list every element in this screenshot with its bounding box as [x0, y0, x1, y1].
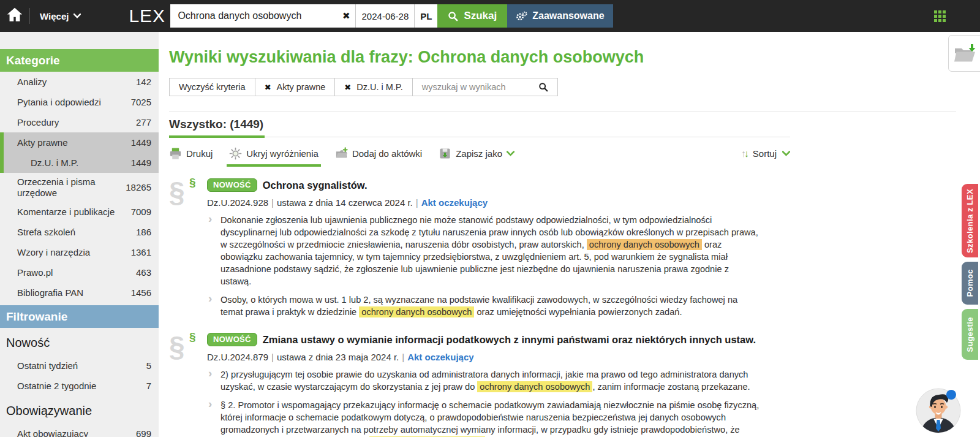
- sidebar-item-orzeczenia[interactable]: Orzeczenia i pisma urzędowe 18265: [0, 173, 159, 202]
- count-badge: 1449: [131, 137, 151, 148]
- filter-item-akt-obowiazujacy[interactable]: Akt obowiązujący 699: [0, 424, 159, 437]
- chevron-down-icon: [782, 151, 790, 156]
- sidebar-item-pytania[interactable]: Pytania i odpowiedzi 7025: [0, 92, 159, 112]
- rail-tab-pomoc[interactable]: Pomoc: [962, 262, 978, 305]
- date-field[interactable]: 2024-06-28: [355, 4, 414, 28]
- count-badge: 7009: [131, 207, 151, 217]
- result-snippet: ›Osoby, o których mowa w ust. 1 lub 2, s…: [207, 294, 760, 318]
- result-ref: Dz.U.2024.879: [207, 352, 268, 362]
- highlight-sun-icon: [229, 147, 242, 160]
- count-badge: 699: [136, 428, 151, 437]
- result-item: § § NOWOŚĆ Ochrona sygnalistów. Dz.U.202…: [169, 178, 980, 318]
- search-box: ✖: [170, 4, 355, 28]
- results-toolbar: Drukuj Ukryj wyróżnienia: [169, 147, 790, 160]
- search-term-highlight: ochrony danych osobowych: [587, 239, 702, 250]
- filter-chip-akty-prawne[interactable]: ✖ Akty prawne: [255, 78, 336, 96]
- lex-logo[interactable]: LEX: [129, 6, 169, 26]
- count-badge: 7: [146, 381, 151, 391]
- section-heading-nowosc: Nowość: [0, 328, 159, 355]
- results-list: § § NOWOŚĆ Ochrona sygnalistów. Dz.U.202…: [169, 178, 980, 437]
- search-group: ✖ 2024-06-28 PL Szukaj Zaawansowane: [170, 4, 612, 28]
- active-filters-bar: Wyczyść kryteria ✖ Akty prawne ✖ Dz.U. i…: [169, 78, 980, 96]
- rail-tab-szkolenia[interactable]: Szkolenia z LEX: [962, 184, 978, 257]
- save-as-button[interactable]: Zapisz jako: [439, 147, 514, 160]
- filter-chip-dzu-mp[interactable]: ✖ Dz.U. i M.P.: [334, 78, 412, 96]
- count-badge: 5: [146, 360, 151, 371]
- result-title-link[interactable]: Zmiana ustawy o wymianie informacji poda…: [263, 334, 756, 346]
- main-content: Wyniki wyszukiwania dla frazy: Ochrona d…: [159, 32, 980, 437]
- count-badge: 18265: [126, 182, 151, 192]
- result-item: § § NOWOŚĆ Zmiana ustawy o wymianie info…: [169, 333, 980, 437]
- filter-item-ostatnie-2-tygodnie[interactable]: Ostatnie 2 tygodnie 7: [0, 376, 159, 396]
- chevron-right-icon: ›: [208, 367, 212, 379]
- home-icon: [7, 7, 23, 25]
- sort-button[interactable]: ↑↓ Sortuj: [741, 148, 790, 159]
- search-in-results-input[interactable]: wyszukaj w wynikach: [412, 78, 558, 96]
- top-bar: Więcej LEX ✖ 2024-06-28 PL Szukaj: [0, 0, 980, 32]
- toggle-highlights-button[interactable]: Ukryj wyróżnienia: [229, 147, 318, 160]
- result-title-link[interactable]: Ochrona sygnalistów.: [263, 180, 368, 191]
- sidebar-item-komentarze[interactable]: Komentarze i publikacje 7009: [0, 202, 159, 222]
- search-button[interactable]: Szukaj: [437, 4, 507, 28]
- sidebar-item-strefa-szkolen[interactable]: Strefa szkoleń 186: [0, 222, 159, 242]
- count-badge: 1456: [131, 287, 151, 298]
- notification-dot: [946, 390, 956, 400]
- clear-criteria-button[interactable]: Wyczyść kryteria: [169, 78, 255, 96]
- briefcase-shortcut-button[interactable]: [948, 35, 980, 72]
- result-snippet: ›§ 2. Promotor i wspomagający przekazują…: [207, 399, 760, 437]
- advanced-button-label: Zaawansowane: [532, 10, 604, 21]
- search-term-highlight: ochrony danych osobowych: [477, 381, 592, 392]
- count-badge: 1449: [131, 158, 151, 168]
- chevron-down-icon: [507, 151, 514, 156]
- categories-header: Kategorie: [0, 49, 159, 72]
- status-link[interactable]: Akt oczekujący: [421, 197, 488, 208]
- search-input[interactable]: [170, 10, 337, 21]
- result-snippet: ›Dokonanie zgłoszenia lub ujawnienia pub…: [207, 214, 760, 287]
- sidebar-item-bibliografia[interactable]: Bibliografia PAN 1456: [0, 283, 159, 303]
- search-icon[interactable]: [538, 82, 548, 92]
- gears-icon: [516, 11, 527, 21]
- add-to-briefcase-button[interactable]: Dodaj do aktówki: [335, 147, 422, 160]
- count-badge: 277: [136, 117, 151, 127]
- count-badge: 142: [136, 77, 151, 87]
- remove-filter-icon[interactable]: ✖: [344, 83, 351, 92]
- lex-search-results-page: Więcej LEX ✖ 2024-06-28 PL Szukaj: [0, 0, 980, 437]
- more-menu-button[interactable]: Więcej: [30, 0, 91, 32]
- sidebar-item-dzu-mp[interactable]: Dz.U. i M.P. 1449: [0, 153, 159, 173]
- tab-wszystko[interactable]: Wszystko: (1449): [169, 118, 265, 137]
- apps-grid-icon[interactable]: [934, 10, 946, 22]
- section-heading-obowiazywanie: Obowiązywanie: [0, 396, 159, 424]
- chevron-right-icon: ›: [208, 398, 212, 410]
- horizontal-divider: [169, 111, 956, 112]
- chevron-right-icon: ›: [208, 292, 212, 305]
- language-selector[interactable]: PL: [414, 4, 437, 28]
- search-in-results-placeholder: wyszukaj w wynikach: [422, 82, 506, 92]
- home-button[interactable]: [0, 0, 29, 32]
- status-link[interactable]: Akt oczekujący: [407, 352, 473, 362]
- chevron-down-icon: [74, 13, 81, 18]
- search-button-label: Szukaj: [464, 10, 497, 22]
- search-icon: [448, 11, 458, 21]
- sidebar-item-analizy[interactable]: Analizy 142: [0, 72, 159, 92]
- count-badge: 1361: [131, 247, 151, 257]
- results-tabs: Wszystko: (1449): [169, 118, 790, 137]
- save-icon: [439, 147, 451, 160]
- filter-item-ostatni-tydzien[interactable]: Ostatni tydzień 5: [0, 355, 159, 376]
- right-rail: Szkolenia z LEX Pomoc Sugestie: [962, 184, 978, 360]
- result-meta: Dz.U.2024.879|ustawa z dnia 23 maja 2024…: [207, 352, 760, 362]
- sidebar-item-prawo-pl[interactable]: Prawo.pl 463: [0, 262, 159, 283]
- print-button[interactable]: Drukuj: [169, 147, 213, 160]
- sidebar-item-wzory[interactable]: Wzory i narzędzia 1361: [0, 242, 159, 262]
- sidebar-item-procedury[interactable]: Procedury 277: [0, 112, 159, 132]
- count-badge: 463: [136, 267, 151, 278]
- legal-act-icon: § §: [169, 178, 207, 318]
- clear-search-icon[interactable]: ✖: [337, 10, 355, 21]
- legal-act-icon: § §: [169, 333, 207, 437]
- sort-arrows-icon: ↑↓: [741, 148, 747, 159]
- result-snippet: ›2) przysługującym tej osobie prawie do …: [207, 368, 760, 393]
- chevron-right-icon: ›: [208, 213, 212, 225]
- advanced-search-button[interactable]: Zaawansowane: [507, 4, 612, 28]
- sidebar-item-akty-prawne[interactable]: Akty prawne 1449: [0, 132, 159, 153]
- remove-filter-icon[interactable]: ✖: [265, 83, 271, 92]
- rail-tab-sugestie[interactable]: Sugestie: [962, 309, 978, 360]
